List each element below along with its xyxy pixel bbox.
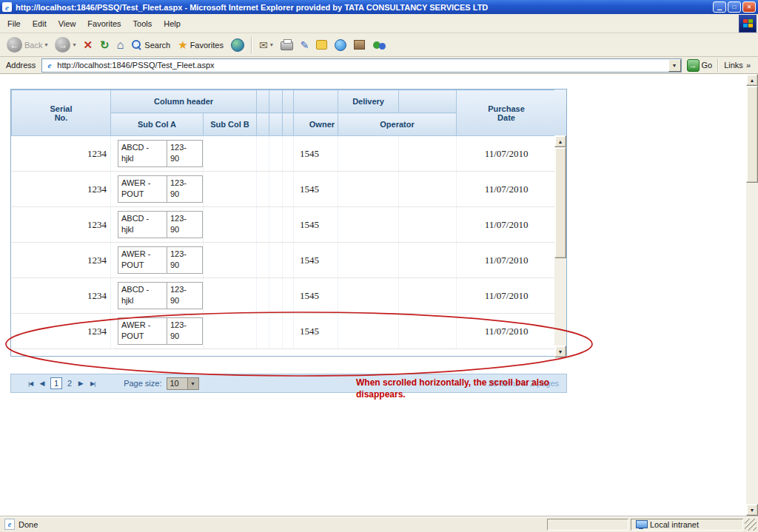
page-content: Serial No. Column header Delivery Purcha… xyxy=(0,74,746,516)
back-button[interactable]: ← Back ▾ xyxy=(3,35,51,55)
menu-edit[interactable]: Edit xyxy=(27,16,53,31)
sub-cell-a1: AWER - POUT xyxy=(118,175,167,203)
print-button[interactable] xyxy=(277,35,297,55)
cell-empty xyxy=(283,172,294,207)
pager-last-button[interactable]: ▶| xyxy=(87,377,98,390)
links-label: Links xyxy=(724,61,743,70)
page-vertical-scrollbar[interactable]: ▲ ▼ xyxy=(746,74,758,516)
cell-sub-col-a: AWER - POUT123- 90 xyxy=(111,314,204,349)
page-size-value: 10 xyxy=(167,379,187,388)
col-empty-5 xyxy=(399,90,457,113)
close-button[interactable]: ✕ xyxy=(742,1,756,13)
scroll-down-icon[interactable]: ▼ xyxy=(746,504,758,516)
cell-purchase-date: 11/07/2010 xyxy=(457,243,557,278)
go-button[interactable]: → Go xyxy=(682,59,718,72)
pager-page-1-current[interactable]: 1 xyxy=(50,377,62,389)
search-label: Search xyxy=(144,41,170,50)
favorites-button[interactable]: ★ Favorites xyxy=(174,35,227,55)
sub-cell-a2: 123- 90 xyxy=(167,211,203,238)
sub-cell-a1: ABCD - hjkl xyxy=(118,282,167,309)
sub-cell-a2: 123- 90 xyxy=(167,246,203,274)
cell-empty xyxy=(269,278,283,314)
go-label: Go xyxy=(702,61,713,70)
page-scrollbar-thumb[interactable] xyxy=(746,86,758,183)
cell-sub-col-a: AWER - POUT123- 90 xyxy=(111,172,204,207)
pager-first-button[interactable]: |◀ xyxy=(24,377,36,390)
pager-page-2-link[interactable]: 2 xyxy=(64,379,75,388)
cell-empty xyxy=(257,207,269,243)
col-column-header: Column header xyxy=(111,90,257,113)
menu-favorites[interactable]: Favorites xyxy=(81,16,127,31)
status-message: e Done xyxy=(1,519,545,531)
discuss-button[interactable] xyxy=(312,35,331,55)
minimize-button[interactable]: ▁ xyxy=(713,1,726,13)
operator-header-label: Operator xyxy=(380,120,414,129)
table-row: 1234 ABCD - hjkl123- 90 1545 11/07/2010 xyxy=(12,278,557,314)
cell-empty xyxy=(257,243,269,278)
sub-cell-a2: 123- 90 xyxy=(167,282,203,309)
research-button[interactable] xyxy=(350,35,369,55)
data-grid: Serial No. Column header Delivery Purcha… xyxy=(10,89,567,357)
messenger-button[interactable] xyxy=(331,35,350,55)
cell-sub-col-a: ABCD - hjkl123- 90 xyxy=(111,207,204,243)
forward-button[interactable]: → ▾ xyxy=(51,35,79,55)
status-pane xyxy=(547,519,628,531)
pager-next-button[interactable]: ▶ xyxy=(75,377,87,390)
menu-tools[interactable]: Tools xyxy=(127,16,158,31)
cell-empty xyxy=(338,314,399,349)
serial-header-label: Serial No. xyxy=(50,104,73,122)
cell-empty xyxy=(269,243,283,278)
chevron-down-icon[interactable]: ▾ xyxy=(270,41,273,48)
scroll-up-icon[interactable]: ▲ xyxy=(746,74,758,86)
security-zone: Local intranet xyxy=(631,519,743,531)
mail-button[interactable]: ✉ ▾ xyxy=(255,35,277,55)
page-size-dropdown[interactable]: 10 ▼ xyxy=(167,377,199,390)
menu-help[interactable]: Help xyxy=(158,16,187,31)
msn-button[interactable] xyxy=(369,35,390,55)
cell-empty xyxy=(204,243,257,278)
refresh-icon: ↻ xyxy=(100,38,110,52)
cell-sub-col-a: ABCD - hjkl123- 90 xyxy=(111,278,204,314)
links-menu[interactable]: Links » xyxy=(719,61,757,70)
local-intranet-icon xyxy=(636,520,646,529)
cell-purchase-date: 11/07/2010 xyxy=(457,314,557,349)
msn-messenger-icon xyxy=(372,39,386,51)
scroll-up-icon[interactable]: ▲ xyxy=(554,135,566,147)
cell-empty xyxy=(283,136,294,172)
messenger-icon xyxy=(335,39,346,51)
address-input[interactable]: e http://localhost:1846/PSSQ/Test_Fleet.… xyxy=(41,58,681,73)
chevron-down-icon[interactable]: ▾ xyxy=(73,41,76,48)
col-delivery: Delivery xyxy=(338,90,399,113)
resize-grip[interactable] xyxy=(745,519,757,531)
cell-empty xyxy=(204,207,257,243)
zone-label: Local intranet xyxy=(650,520,699,529)
refresh-button[interactable]: ↻ xyxy=(96,35,113,55)
pager-prev-button[interactable]: ◀ xyxy=(36,377,48,390)
address-dropdown-button[interactable]: ▼ xyxy=(668,59,681,72)
history-button[interactable] xyxy=(227,35,248,55)
search-button[interactable]: Search xyxy=(127,35,174,55)
grid-vertical-scrollbar[interactable]: ▲ ▼ xyxy=(554,135,566,357)
scroll-down-icon[interactable]: ▼ xyxy=(554,346,566,357)
menu-file[interactable]: File xyxy=(1,16,27,31)
maximize-button[interactable]: □ xyxy=(728,1,741,13)
grid-scrollbar-thumb[interactable] xyxy=(554,147,566,258)
menu-view[interactable]: View xyxy=(53,16,82,31)
cell-empty xyxy=(283,207,294,243)
edit-button[interactable]: ✎ xyxy=(297,35,313,55)
chevron-down-icon[interactable]: ▾ xyxy=(44,41,47,48)
sub-cell-a2: 123- 90 xyxy=(167,317,203,345)
chevron-down-icon[interactable]: ▼ xyxy=(187,378,198,389)
mail-icon: ✉ xyxy=(259,39,268,51)
cell-empty xyxy=(338,278,399,314)
history-icon xyxy=(231,38,244,52)
grid-header-row-1: Serial No. Column header Delivery Purcha… xyxy=(12,90,557,113)
stop-button[interactable]: ✕ xyxy=(80,35,97,55)
cell-empty xyxy=(204,278,257,314)
title-bar: e http://localhost:1846/PSSQ/Test_Fleet.… xyxy=(0,0,758,14)
cell-owner: 1545 xyxy=(294,172,338,207)
cell-purchase-date: 11/07/2010 xyxy=(457,278,557,314)
sub-cell-a1: AWER - POUT xyxy=(118,317,167,345)
cell-empty xyxy=(204,136,257,172)
home-button[interactable]: ⌂ xyxy=(113,35,128,55)
